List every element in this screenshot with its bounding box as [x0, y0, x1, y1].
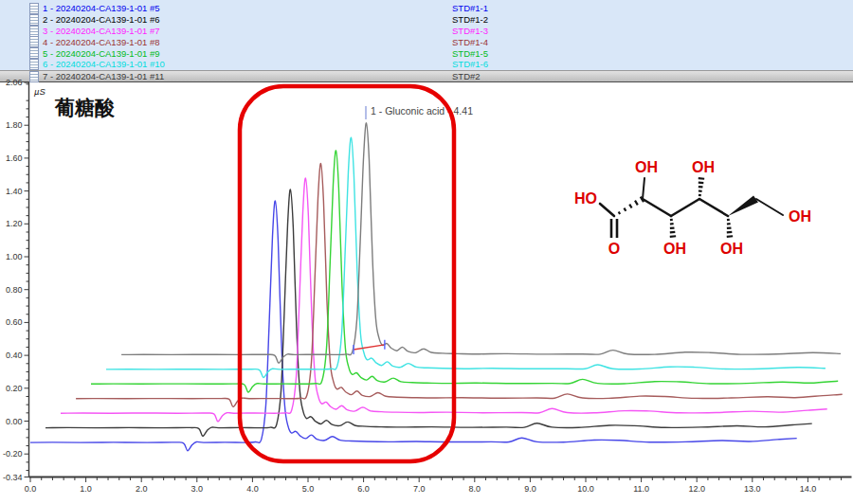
svg-text:4.0: 4.0: [246, 484, 259, 494]
svg-text:3.0: 3.0: [191, 484, 204, 494]
plot-title: 葡糖酸: [54, 97, 115, 118]
svg-text:1.0: 1.0: [80, 484, 92, 494]
svg-text:5.0: 5.0: [302, 484, 315, 494]
svg-text:-0.20: -0.20: [3, 449, 23, 459]
svg-text:1.00: 1.00: [6, 252, 23, 261]
chromatography-window: 1 - 20240204-CA139-1-01 #5STD#1-12 - 202…: [0, 0, 853, 504]
trace-STD#1-6[interactable]: [106, 137, 826, 377]
svg-text:6.0: 6.0: [357, 484, 370, 494]
svg-text:12.0: 12.0: [688, 484, 705, 494]
chromatogram-traces: [30, 123, 843, 451]
svg-text:1.20: 1.20: [6, 219, 23, 228]
svg-text:0.80: 0.80: [6, 285, 23, 295]
svg-text:1.60: 1.60: [6, 153, 23, 163]
svg-text:1.80: 1.80: [6, 120, 23, 130]
y-axis-unit: µS: [34, 86, 45, 97]
svg-text:9.0: 9.0: [524, 484, 536, 494]
atom-label: OH: [635, 159, 658, 175]
peak-label: 1 - Gluconic acid - 4.41: [371, 105, 473, 117]
atom-label: OH: [692, 159, 715, 175]
plot-axes: -0.200.000.200.400.600.801.001.201.401.6…: [3, 78, 852, 494]
chromatogram-plot: -0.200.000.200.400.600.801.001.201.401.6…: [0, 0, 853, 504]
svg-text:10.0: 10.0: [577, 484, 594, 494]
svg-text:0.0: 0.0: [25, 484, 37, 494]
atom-label: HO: [574, 190, 597, 207]
svg-text:0.40: 0.40: [6, 351, 23, 360]
trace-STD#1-3[interactable]: [61, 178, 827, 422]
svg-text:2.06: 2.06: [6, 78, 23, 87]
trace-STD#1-5[interactable]: [91, 151, 838, 392]
svg-text:8.0: 8.0: [469, 484, 481, 494]
atom-label: O: [608, 241, 620, 257]
svg-text:2.0: 2.0: [136, 484, 148, 494]
svg-text:7.0: 7.0: [413, 484, 426, 494]
atom-label: OH: [789, 208, 811, 225]
svg-text:0.00: 0.00: [6, 417, 23, 426]
svg-text:1.40: 1.40: [6, 187, 23, 196]
atom-label: OH: [720, 241, 743, 257]
svg-text:0.20: 0.20: [6, 384, 23, 393]
svg-text:0.60: 0.60: [6, 317, 23, 327]
svg-text:13.0: 13.0: [744, 484, 761, 494]
svg-text:-0.34: -0.34: [3, 473, 23, 482]
trace-STD#1-4[interactable]: [76, 164, 843, 407]
red-annotation-box: [240, 86, 454, 461]
svg-text:14.0: 14.0: [800, 484, 817, 494]
atom-label: OH: [663, 241, 686, 257]
svg-text:11.0: 11.0: [633, 484, 649, 494]
gluconic-acid-structure: HOOOHOHOHOHOH: [574, 159, 811, 257]
